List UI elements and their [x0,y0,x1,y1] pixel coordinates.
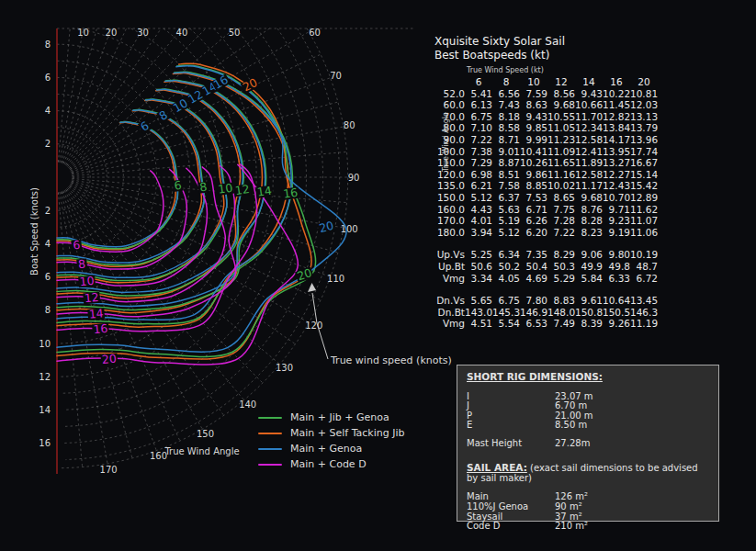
table-cell: 3.34 [465,273,492,284]
table-cell: 8.76 [575,204,603,215]
polar-performance-page: { "title": {"line1": "Xquisite Sixty Sol… [0,0,756,551]
table-cell: 4.43 [465,204,492,215]
curve-label-magenta-16: 16 [92,321,109,337]
table-row: 170.04.015.196.267.288.289.2311.07 [424,215,658,227]
table-cell: 5.25 [465,249,492,260]
table-cell: 7.38 [465,146,492,157]
svg-text:16: 16 [39,438,51,448]
table-header-row: 681012141620 [424,76,658,88]
table-cell: 10.22 [603,88,630,99]
rig-dimension-rows: I23.07 mJ6.70 mP21.00 mE8.50 m [467,392,709,430]
table-cell: 8.87 [492,157,520,168]
table-cell: 12.82 [603,111,630,122]
table-cell: 150.5 [603,307,630,318]
table-cell: 48.7 [630,261,658,272]
table-cell: 14 [575,76,603,87]
rig-row: Code D210 m² [467,522,709,532]
svg-text:170: 170 [100,465,118,475]
table-cell: 7.22 [547,227,575,238]
svg-text:30: 30 [137,28,149,38]
row-label: Dn.Vs [424,295,465,306]
svg-text:8: 8 [45,305,51,315]
sail-area-heading: SAIL AREA: (exact sail dimensions to be … [467,462,709,483]
table-cell: 4.01 [465,215,492,226]
table-cell: 8.51 [492,169,520,180]
table-cell: 10.64 [603,295,630,306]
table-cell: 9.86 [520,169,547,180]
table-cell: 10.19 [630,249,658,260]
svg-text:10: 10 [217,181,233,197]
table-cell: 8.28 [575,215,603,226]
svg-text:14: 14 [39,405,51,415]
table-cell: 6.56 [492,88,520,99]
table-cell: 9.19 [603,227,630,238]
table-cell: 12.41 [575,146,603,157]
curve-label-green-12: 12 [233,182,252,197]
table-cell: 5.12 [465,192,492,203]
curve-label-green-10: 10 [216,181,234,197]
svg-text:60: 60 [309,28,321,38]
rig-row-value: 210 m² [555,522,588,532]
table-cell: 12.34 [575,122,603,133]
legend-item: Main + Genoa [258,441,405,456]
rig-row: E8.50 m [467,421,709,430]
table-cell: 6.13 [465,99,492,110]
table-row: 150.05.126.377.538.659.6810.7012.89 [424,192,658,204]
table-cell: 6.72 [630,273,658,284]
rig-row-label: J [467,401,555,410]
curve-label-magenta-10: 10 [78,274,96,289]
row-label: 170.0 [424,215,465,226]
table-cell: 8.39 [575,318,603,329]
table-cell: 13.27 [603,157,630,168]
row-label: 160.0 [424,204,465,215]
table-cell: 8.63 [520,99,547,110]
table-cell: 7.53 [520,192,547,203]
svg-text:150: 150 [197,429,214,439]
table-cell: 10.55 [547,111,575,122]
row-label: Vmg [424,318,465,329]
table-cell: 10.81 [630,88,658,99]
rig-row: I23.07 m [467,392,709,401]
curve-label-green-6: 6 [172,178,184,193]
table-cell: 5.63 [492,204,520,215]
table-cell: 5.19 [492,215,520,226]
svg-text:4: 4 [45,239,51,249]
row-label: 52.0 [424,88,465,99]
rig-box-title: SHORT RIG DIMENSIONS: [467,371,709,382]
svg-text:True Wind Angle: True Wind Angle [164,446,239,456]
table-cell: 6.53 [520,318,547,329]
table-cell: 9.71 [603,204,630,215]
table-cell: 50.6 [465,261,492,272]
table-cell: 16 [603,76,630,87]
table-row: 135.06.217.588.8510.0211.1712.4315.42 [424,180,658,192]
table-cell: 7.75 [547,204,575,215]
svg-text:12: 12 [234,182,251,197]
table-cell: 13.84 [603,122,630,133]
curve-label-blue-8: 8 [155,107,171,123]
legend-item: Main + Jib + Genoa [258,410,405,425]
rig-row-label: Code D [467,522,555,532]
table-cell: 9.23 [603,215,630,226]
table-row: 160.04.435.636.717.758.769.7111.62 [424,204,658,216]
table-cell: 146.3 [630,307,658,318]
rig-dimensions-box: SHORT RIG DIMENSIONS: I23.07 mJ6.70 mP21… [457,365,719,522]
svg-text:10: 10 [39,339,51,349]
table-cell: 9.06 [575,249,603,260]
svg-text:70: 70 [330,71,342,81]
table-cell: 6.26 [520,215,547,226]
table-cell: 8.85 [520,180,547,191]
table-cell: 11.17 [575,180,603,191]
table-cell: 12.43 [603,180,630,191]
legend-label: Main + Self Tacking Jib [290,427,405,439]
curve-label-green-16: 16 [281,186,299,201]
svg-text:8: 8 [45,39,51,50]
table-row: 90.07.228.719.9911.2312.5814.1713.96 [424,134,658,146]
table-cell: 8.29 [547,249,575,260]
table-cell: 17.74 [630,146,658,157]
table-cell: 10.41 [520,146,547,157]
table-row: Up.Bt50.650.250.450.349.949.848.7 [424,261,658,273]
table-cell: 5.12 [492,227,520,238]
svg-text:100: 100 [341,224,358,234]
svg-text:8: 8 [78,257,86,272]
table-cell: 6.75 [492,295,520,306]
